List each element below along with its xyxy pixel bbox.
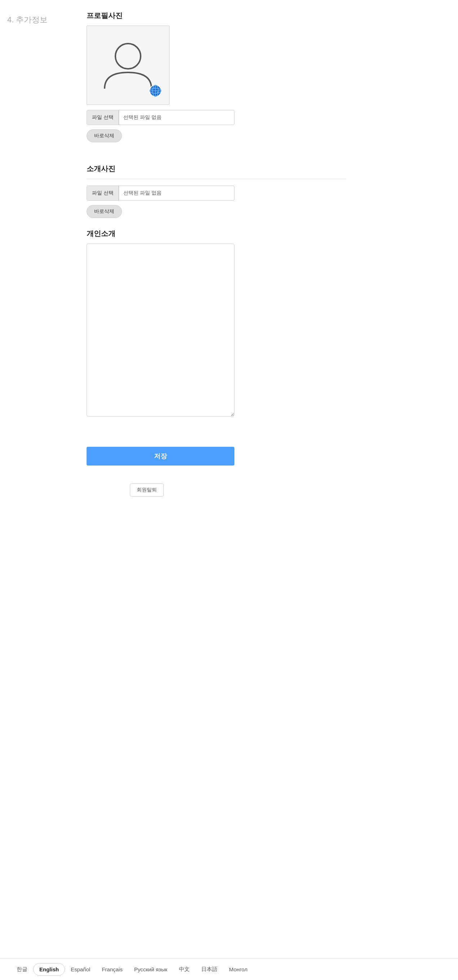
profile-photo-file-btn[interactable]: 파일 선택: [87, 110, 119, 125]
svg-point-7: [157, 92, 158, 93]
lang-ja[interactable]: 日本語: [195, 963, 223, 976]
profile-photo-label: 프로필사진: [86, 11, 346, 21]
profile-photo-file-input[interactable]: 파일 선택 선택된 파일 없음: [86, 110, 235, 125]
lang-ru[interactable]: Русский язык: [128, 963, 173, 975]
bottom-spacer: [86, 518, 346, 590]
save-button[interactable]: 저장: [86, 447, 235, 466]
intro-photo-section: 소개사진 파일 선택 선택된 파일 없음 바로삭제: [86, 164, 346, 229]
svg-point-6: [153, 87, 155, 89]
section-title: 4. 추가정보: [7, 14, 72, 25]
profile-photo-delete-btn[interactable]: 바로삭제: [86, 129, 122, 142]
withdraw-button[interactable]: 회원탈퇴: [130, 484, 164, 496]
intro-photo-delete-btn[interactable]: 바로삭제: [86, 205, 122, 218]
intro-photo-file-btn[interactable]: 파일 선택: [87, 186, 119, 200]
lang-mn[interactable]: Монгол: [223, 963, 253, 975]
lang-fr[interactable]: Français: [96, 963, 128, 975]
personal-intro-label: 개인소개: [86, 229, 346, 239]
profile-image-preview: [86, 25, 169, 105]
globe-icon: [149, 84, 162, 97]
profile-photo-section: 프로필사진: [86, 11, 346, 153]
lang-en[interactable]: English: [33, 963, 65, 976]
lang-es[interactable]: Español: [65, 963, 96, 975]
personal-intro-section: 개인소개: [86, 229, 346, 418]
lang-ko[interactable]: 한글: [11, 963, 33, 976]
lang-zh[interactable]: 中文: [173, 963, 195, 976]
avatar-svg: [99, 37, 157, 94]
language-bar: 한글 English Español Français Русский язык…: [0, 958, 458, 980]
intro-photo-file-name: 선택된 파일 없음: [119, 190, 234, 196]
intro-photo-label: 소개사진: [86, 164, 346, 173]
personal-intro-textarea[interactable]: [86, 243, 235, 417]
intro-photo-divider: [86, 179, 346, 179]
profile-photo-file-name: 선택된 파일 없음: [119, 114, 234, 121]
svg-point-0: [115, 44, 140, 69]
intro-photo-file-input[interactable]: 파일 선택 선택된 파일 없음: [86, 186, 235, 201]
